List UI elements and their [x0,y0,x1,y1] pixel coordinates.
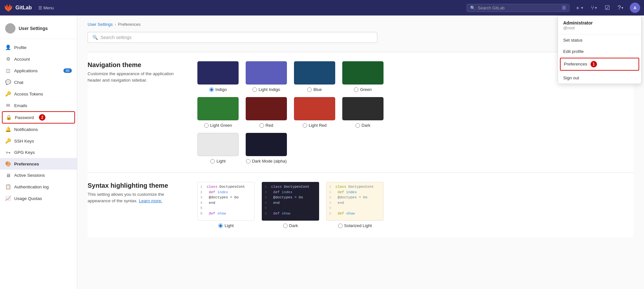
sidebar-item-access-tokens[interactable]: 🔑 Access Tokens [0,88,77,100]
syntax-themes-grid: 1class DoctypesCont 2 def index 3 @docty… [197,182,384,228]
nav-theme-description: Navigation theme Customize the appearanc… [88,61,184,90]
light-indigo-radio[interactable] [252,87,257,92]
merge-requests-button[interactable]: ⑂ ▾ [588,3,600,13]
create-chevron-icon: ▾ [581,6,583,10]
sidebar-item-applications[interactable]: ◫ Applications 88 [0,65,77,76]
red-label-text: Red [266,123,273,128]
settings-search-icon: 🔍 [92,35,98,40]
sidebar-item-label: Emails [14,103,27,108]
sidebar-item-chat[interactable]: 💬 Chat [0,76,77,88]
sidebar-item-account[interactable]: ⚙ Account [0,53,77,65]
syntax-dark-item[interactable]: 1class DoctypesCont 2 def index 3 @docty… [261,182,319,228]
blue-label[interactable]: Blue [307,87,322,92]
sidebar-item-notifications[interactable]: 🔔 Notifications [0,124,77,135]
search-kbd-shortcut: / [562,5,566,10]
light-green-label-text: Light Green [210,123,232,128]
green-radio[interactable] [354,87,358,92]
syntax-dark-label[interactable]: Dark [283,223,298,228]
sidebar-item-emails[interactable]: ✉ Emails [0,100,77,111]
preferences-label: Preferences [564,62,587,66]
light-radio[interactable] [210,159,215,164]
light-red-label[interactable]: Light Red [303,123,327,128]
user-avatar-button[interactable]: A [630,3,640,13]
sidebar-item-label: Usage Quotas [14,196,42,201]
dropdown-user-name: Administrator [563,20,636,25]
search-input[interactable] [478,5,559,10]
breadcrumb-parent-link[interactable]: User Settings [88,22,113,27]
sidebar-item-usage-quotas[interactable]: 📈 Usage Quotas [0,193,77,204]
preferences-dropdown-item[interactable]: Preferences 1 [560,58,639,71]
dropdown-divider [558,71,641,72]
syntax-theme-section: Syntax highlighting theme This setting a… [88,173,634,237]
theme-dark-mode[interactable]: Dark Mode (alpha) [245,133,287,164]
theme-light-green[interactable]: Light Green [197,97,239,128]
learn-more-link[interactable]: Learn more. [139,198,162,203]
light-green-label[interactable]: Light Green [204,123,232,128]
syntax-light-radio[interactable] [218,224,223,228]
syntax-solarized-label[interactable]: Solarized Light [338,223,372,228]
set-status-item[interactable]: Set status [558,35,641,46]
indigo-label[interactable]: Indigo [209,87,227,92]
blue-radio[interactable] [307,87,312,92]
todos-button[interactable]: ☑ [602,2,612,13]
theme-light-red[interactable]: Light Red [294,97,336,128]
sidebar-item-label: Access Tokens [14,92,43,96]
search-icon: 🔍 [470,5,475,10]
indigo-radio[interactable] [209,87,214,92]
settings-search-input[interactable] [100,35,373,40]
dark-mode-swatch [246,133,287,156]
account-icon: ⚙ [5,56,11,62]
theme-indigo[interactable]: Indigo [197,61,239,92]
syntax-solarized-item[interactable]: 1class DoctypesCont 2 def index 3 @docty… [326,182,384,228]
sidebar-item-gpg-keys[interactable]: 🗝 GPG Keys [0,147,77,158]
sidebar-item-active-sessions[interactable]: 🖥 Active Sessions [0,170,77,181]
green-label[interactable]: Green [354,87,372,92]
sidebar-item-profile[interactable]: 👤 Profile [0,42,77,53]
dark-label-text: Dark [362,123,370,128]
theme-blue[interactable]: Blue [294,61,336,92]
edit-profile-item[interactable]: Edit profile [558,46,641,57]
light-label[interactable]: Light [210,159,225,164]
syntax-light-label[interactable]: Light [218,223,233,228]
dark-mode-radio[interactable] [246,159,251,164]
theme-light[interactable]: Light [197,133,239,164]
dark-mode-label[interactable]: Dark Mode (alpha) [246,159,287,164]
gitlab-logo[interactable]: GitLab [4,3,32,12]
syntax-theme-description: Syntax highlighting theme This setting a… [88,182,184,211]
light-red-radio[interactable] [303,123,307,128]
dark-radio[interactable] [355,123,360,128]
red-label[interactable]: Red [260,123,273,128]
syntax-light-item[interactable]: 1class DoctypesCont 2 def index 3 @docty… [197,182,255,228]
sidebar-item-password[interactable]: 🔒 Password 2 [2,111,75,124]
theme-dark[interactable]: Dark [342,97,384,128]
sidebar-item-label: Notifications [14,127,38,132]
sidebar-title: User Settings [19,26,48,31]
help-button[interactable]: ? ▾ [615,3,626,13]
settings-search-bar[interactable]: 🔍 [88,32,377,43]
active-sessions-icon: 🖥 [5,173,11,178]
light-green-radio[interactable] [204,123,209,128]
theme-red[interactable]: Red [245,97,287,128]
theme-green[interactable]: Green [342,61,384,92]
sidebar-item-label: Account [14,57,30,62]
dropdown-user-handle: @root [563,25,636,30]
menu-button[interactable]: ☰ Menu [36,4,57,12]
nav-theme-title: Navigation theme [88,61,184,69]
light-indigo-label[interactable]: Light Indigo [252,87,280,92]
theme-light-indigo[interactable]: Light Indigo [245,61,287,92]
sidebar-item-auth-log[interactable]: 📋 Authentication log [0,181,77,193]
global-search-bar[interactable]: 🔍 / [467,4,570,12]
dark-mode-label-text: Dark Mode (alpha) [252,159,287,164]
gitlab-wordmark: GitLab [15,5,32,11]
syntax-light-label-text: Light [224,223,233,228]
sidebar-item-ssh-keys[interactable]: 🔑 SSH Keys [0,135,77,147]
sign-out-item[interactable]: Sign out [558,72,641,84]
password-icon: 🔒 [6,115,12,120]
dark-label[interactable]: Dark [355,123,370,128]
sidebar-item-preferences[interactable]: 🎨 Preferences [0,158,77,170]
syntax-solarized-radio[interactable] [338,224,343,228]
syntax-solarized-label-text: Solarized Light [344,223,372,228]
syntax-dark-radio[interactable] [283,224,288,228]
create-button[interactable]: ＋ ▾ [572,2,586,14]
red-radio[interactable] [260,123,264,128]
